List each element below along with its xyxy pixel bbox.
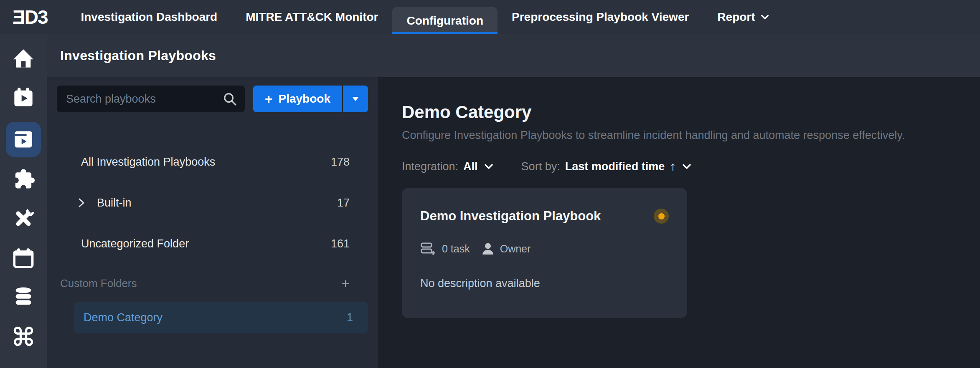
sort-value: Last modified time bbox=[565, 160, 665, 173]
database-icon[interactable] bbox=[6, 285, 41, 309]
playbook-card-title: Demo Investigation Playbook bbox=[420, 209, 601, 224]
new-playbook-button-label: Playbook bbox=[279, 92, 330, 106]
nav-item-configuration[interactable]: Configuration bbox=[392, 7, 498, 34]
add-folder-button[interactable]: + bbox=[341, 276, 350, 290]
integrations-icon[interactable] bbox=[6, 168, 41, 191]
investigation-playbook-icon[interactable] bbox=[6, 122, 41, 157]
playbook-folder-panel: + Playbook A bbox=[47, 77, 378, 368]
folder-count: 161 bbox=[331, 237, 350, 250]
custom-folders-label: Custom Folders bbox=[60, 277, 137, 290]
search-icon bbox=[222, 91, 237, 108]
calendar-icon[interactable] bbox=[6, 246, 41, 270]
d3-logo[interactable]: ƎD3 bbox=[0, 0, 47, 34]
command-icon[interactable] bbox=[6, 325, 41, 348]
category-title: Demo Category bbox=[402, 102, 963, 122]
folder-uncategorized[interactable]: Uncategorized Folder 161 bbox=[57, 230, 368, 257]
icon-sidebar bbox=[0, 34, 47, 368]
page-title: Investigation Playbooks bbox=[60, 48, 216, 63]
nav-item-investigation-dashboard[interactable]: Investigation Dashboard bbox=[66, 0, 231, 34]
folder-label: Uncategorized Folder bbox=[81, 237, 189, 250]
page-header: Investigation Playbooks bbox=[47, 34, 980, 77]
owner-icon bbox=[482, 242, 494, 255]
search-input[interactable] bbox=[57, 86, 245, 112]
nav-item-preprocessing-playbook-viewer[interactable]: Preprocessing Playbook Viewer bbox=[498, 0, 703, 34]
utility-tools-icon[interactable] bbox=[6, 207, 41, 230]
chevron-down-icon bbox=[484, 162, 494, 171]
new-playbook-split-button: + Playbook bbox=[253, 86, 368, 112]
integration-filter[interactable]: Integration: All bbox=[402, 160, 494, 173]
sort-direction-arrow-icon[interactable]: ↑ bbox=[670, 159, 676, 174]
chevron-down-icon bbox=[682, 162, 692, 171]
task-count-icon bbox=[420, 241, 436, 256]
folder-tree: All Investigation Playbooks 178 Built-in… bbox=[57, 148, 368, 333]
folder-built-in[interactable]: Built-in 17 bbox=[57, 189, 368, 217]
top-navigation-bar: ƎD3 Investigation Dashboard MITRE ATT&CK… bbox=[0, 0, 980, 34]
dropdown-triangle-icon bbox=[351, 96, 360, 102]
task-count: 0 task bbox=[442, 243, 470, 255]
folder-all-investigation-playbooks[interactable]: All Investigation Playbooks 178 bbox=[57, 148, 368, 176]
owner-label: Owner bbox=[500, 243, 531, 255]
integration-filter-label: Integration: bbox=[402, 160, 458, 173]
nav-item-mitre-attck-monitor[interactable]: MITRE ATT&CK Monitor bbox=[231, 0, 392, 34]
playbook-description: No description available bbox=[420, 277, 669, 290]
main-content: Demo Category Configure Investigation Pl… bbox=[378, 77, 980, 368]
folder-demo-category[interactable]: Demo Category 1 bbox=[74, 302, 368, 333]
folder-count: 178 bbox=[331, 156, 350, 169]
folder-count: 1 bbox=[347, 311, 353, 324]
incident-playbook-icon[interactable] bbox=[6, 86, 41, 109]
category-subtitle: Configure Investigation Playbooks to str… bbox=[402, 129, 963, 142]
filter-toolbar: Integration: All Sort by: Last modified … bbox=[402, 159, 963, 174]
folder-label: Demo Category bbox=[84, 311, 162, 324]
folder-count: 17 bbox=[337, 197, 350, 209]
folder-label: All Investigation Playbooks bbox=[81, 156, 215, 169]
new-playbook-button[interactable]: + Playbook bbox=[253, 86, 342, 112]
nav-item-report-label: Report bbox=[717, 10, 755, 24]
chevron-right-icon[interactable] bbox=[77, 197, 86, 209]
playbook-card[interactable]: Demo Investigation Playbook bbox=[402, 188, 687, 318]
sort-label: Sort by: bbox=[521, 160, 560, 173]
plus-icon: + bbox=[265, 92, 273, 106]
new-playbook-dropdown-button[interactable] bbox=[342, 86, 368, 112]
home-icon[interactable] bbox=[6, 47, 41, 70]
custom-folders-section: Custom Folders + bbox=[57, 271, 368, 296]
integration-filter-value: All bbox=[463, 160, 478, 173]
nav-item-report[interactable]: Report bbox=[703, 0, 783, 34]
sort-control[interactable]: Sort by: Last modified time ↑ bbox=[521, 159, 692, 174]
folder-label: Built-in bbox=[97, 197, 132, 209]
chevron-down-icon bbox=[760, 13, 769, 21]
app-window: ƎD3 Investigation Dashboard MITRE ATT&CK… bbox=[0, 0, 980, 368]
status-indicator bbox=[654, 209, 669, 224]
